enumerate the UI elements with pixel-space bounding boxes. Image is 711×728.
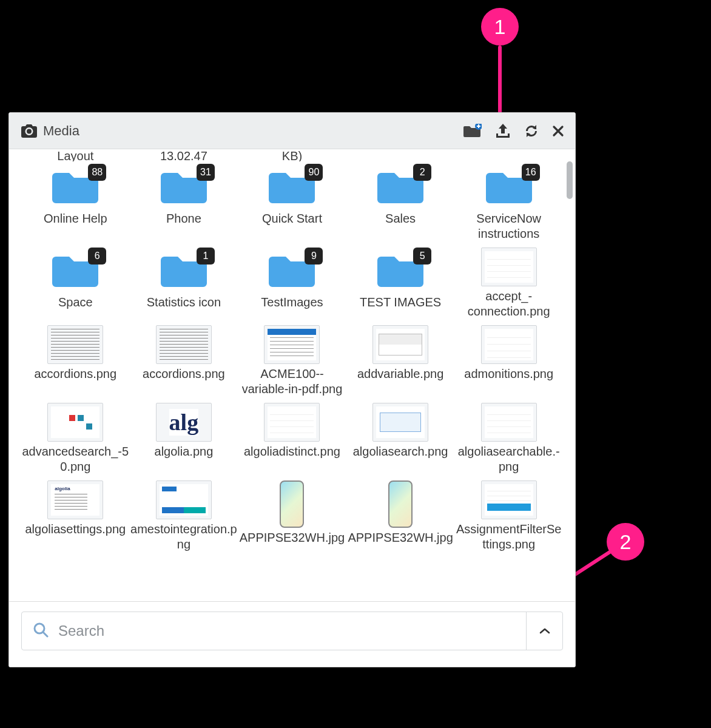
file-item[interactable]: algoliasettings.png	[22, 480, 129, 552]
folder-count-badge: 90	[305, 164, 323, 181]
folder-item[interactable]: 16ServiceNow instructions	[456, 164, 562, 241]
file-thumbnail	[481, 325, 537, 364]
close-button[interactable]	[552, 125, 564, 137]
file-item[interactable]: amestointegration.png	[130, 480, 237, 552]
media-grid: 88Online Help31Phone90Quick Start2Sales1…	[21, 161, 563, 552]
upload-button[interactable]	[495, 124, 511, 138]
file-thumbnail	[280, 480, 304, 528]
refresh-button[interactable]	[524, 124, 539, 138]
file-label: algoliadistinct.png	[244, 444, 340, 459]
panel-header: Media	[9, 113, 575, 149]
folder-label: Phone	[166, 211, 201, 226]
folder-icon: 9	[265, 248, 319, 292]
folder-count-badge: 1	[197, 248, 215, 265]
file-label: algoliasearchable.-png	[456, 444, 562, 474]
folder-count-badge: 9	[305, 248, 323, 265]
folder-icon: 88	[48, 164, 103, 209]
folder-item[interactable]: 90Quick Start	[238, 164, 345, 241]
folder-item[interactable]: 5TEST IMAGES	[347, 248, 454, 319]
folder-item[interactable]: 88Online Help	[22, 164, 129, 241]
file-thumbnail	[264, 325, 320, 364]
scrollbar[interactable]	[565, 153, 573, 598]
file-label: algolia.png	[155, 444, 214, 459]
folder-label: Statistics icon	[147, 295, 221, 310]
file-item[interactable]: accept_-connection.png	[456, 248, 562, 319]
media-grid-scroll[interactable]: Layout 13.02.47 KB) 88Online Help31Phone…	[9, 149, 575, 601]
file-thumbnail	[481, 480, 537, 519]
svg-rect-5	[508, 133, 510, 136]
file-thumbnail	[388, 480, 413, 528]
file-label: ACME100--variable-in-pdf.png	[238, 366, 345, 397]
folder-item[interactable]: 9TestImages	[238, 248, 345, 319]
file-item[interactable]: accordions.png	[22, 325, 129, 397]
file-label: admonitions.png	[464, 366, 553, 382]
folder-label: Space	[58, 295, 93, 310]
file-thumbnail	[47, 325, 103, 364]
file-label: amestointegration.png	[130, 522, 237, 552]
file-item[interactable]: algoliadistinct.png	[238, 403, 345, 474]
folder-label: Sales	[385, 211, 416, 226]
search-bar	[21, 612, 563, 650]
folder-icon: 31	[157, 164, 211, 209]
folder-label: TEST IMAGES	[360, 295, 441, 310]
file-label: APPIPSE32WH.jpg	[240, 530, 345, 545]
file-thumbnail	[264, 403, 320, 442]
file-thumbnail	[372, 325, 428, 364]
file-label: APPIPSE32WH.jpg	[348, 530, 453, 545]
folder-item[interactable]: 2Sales	[347, 164, 454, 241]
svg-rect-4	[496, 133, 498, 136]
file-thumbnail	[47, 480, 103, 519]
file-label: algoliasettings.png	[25, 522, 126, 537]
file-item[interactable]: APPIPSE32WH.jpg	[238, 480, 345, 552]
folder-label: TestImages	[261, 295, 323, 310]
file-thumbnail	[481, 248, 537, 286]
file-label: accept_-connection.png	[456, 289, 562, 319]
file-item[interactable]: accordions.png	[130, 325, 237, 397]
file-label: accordions.png	[143, 366, 225, 382]
partial-previous-row: Layout 13.02.47 KB)	[21, 149, 563, 161]
partial-label: Layout	[57, 149, 93, 161]
file-item[interactable]: ACME100--variable-in-pdf.png	[238, 325, 345, 397]
file-item[interactable]: algoliasearchable.-png	[456, 403, 562, 474]
file-item[interactable]: advancedsearch_-50.png	[22, 403, 129, 474]
folder-count-badge: 31	[197, 164, 215, 181]
folder-icon: 1	[157, 248, 211, 292]
file-item[interactable]: admonitions.png	[456, 325, 562, 397]
camera-icon	[21, 124, 37, 138]
panel-footer	[9, 601, 575, 667]
folder-count-badge: 6	[88, 248, 106, 265]
file-item[interactable]: AssignmentFilterSettings.png	[456, 480, 562, 552]
svg-rect-3	[496, 136, 510, 138]
callout-1-number: 1	[494, 15, 506, 39]
folder-icon: 5	[373, 248, 428, 292]
file-label: addvariable.png	[357, 366, 443, 382]
file-label: advancedsearch_-50.png	[22, 444, 129, 474]
search-input[interactable]	[58, 622, 515, 639]
file-item[interactable]: algoliasearch.png	[347, 403, 454, 474]
folder-count-badge: 5	[413, 248, 431, 265]
folder-label: Quick Start	[262, 211, 322, 226]
new-folder-button[interactable]	[463, 124, 482, 138]
partial-label: 13.02.47	[160, 149, 207, 161]
file-thumbnail	[481, 403, 537, 442]
search-icon	[33, 622, 49, 640]
file-label: algoliasearch.png	[353, 444, 448, 459]
folder-item[interactable]: 1Statistics icon	[130, 248, 237, 319]
file-item[interactable]: addvariable.png	[347, 325, 454, 397]
folder-item[interactable]: 6Space	[22, 248, 129, 319]
file-item[interactable]: algalgolia.png	[130, 403, 237, 474]
folder-count-badge: 2	[413, 164, 431, 181]
folder-item[interactable]: 31Phone	[130, 164, 237, 241]
search-expand-button[interactable]	[526, 612, 562, 650]
folder-icon: 6	[48, 248, 103, 292]
chevron-up-icon	[539, 627, 550, 635]
folder-label: Online Help	[44, 211, 107, 226]
folder-icon: 90	[265, 164, 319, 209]
file-thumbnail: alg	[156, 403, 212, 442]
folder-icon: 2	[373, 164, 428, 209]
file-item[interactable]: APPIPSE32WH.jpg	[347, 480, 454, 552]
folder-count-badge: 88	[88, 164, 106, 181]
callout-1: 1	[481, 8, 519, 46]
folder-icon: 16	[482, 164, 536, 209]
scrollbar-thumb[interactable]	[567, 161, 573, 199]
